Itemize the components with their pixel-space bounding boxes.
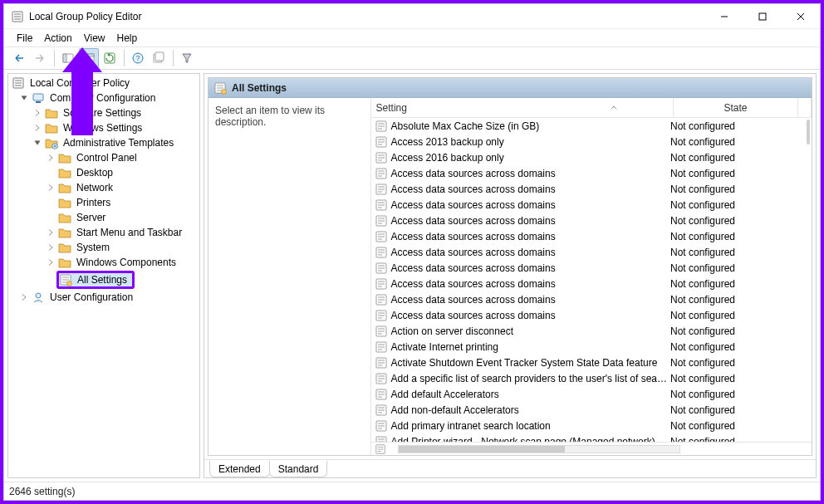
menu-view[interactable]: View <box>78 31 111 46</box>
setting-row-icon <box>375 325 388 338</box>
tree-root[interactable]: Local Computer Policy <box>8 76 199 91</box>
expander-icon[interactable] <box>32 137 43 149</box>
tree-network[interactable]: Network <box>8 180 199 195</box>
setting-row-icon <box>375 214 388 228</box>
setting-name: Access data sources across domains <box>391 310 556 321</box>
list-item[interactable]: Action on server disconnectNot configure… <box>371 323 805 339</box>
cell-setting: Access data sources across domains <box>371 309 667 322</box>
tree-label: Windows Components <box>75 255 178 270</box>
tree-label: Desktop <box>75 165 115 180</box>
cell-state: Not configured <box>667 436 792 443</box>
folder-icon <box>45 106 58 120</box>
close-button[interactable] <box>782 4 820 28</box>
settings-list[interactable]: Absolute Max Cache Size (in GB)Not confi… <box>371 118 805 442</box>
setting-name: Add default Accelerators <box>391 389 499 400</box>
list-item[interactable]: Add primary intranet search locationNot … <box>371 418 805 433</box>
expander-icon[interactable] <box>32 122 43 134</box>
tree-all-settings[interactable]: All Settings <box>8 270 199 290</box>
expander-icon[interactable] <box>32 107 43 119</box>
cell-state: Not configured <box>667 341 792 353</box>
scroll-thumb[interactable] <box>399 446 565 453</box>
setting-name: Activate Internet printing <box>391 341 498 353</box>
toolbar-back[interactable] <box>9 48 29 68</box>
toolbar-props2[interactable] <box>149 48 169 68</box>
toolbar-forward[interactable] <box>30 48 50 68</box>
tree-user-configuration[interactable]: User Configuration <box>8 290 199 305</box>
list-item[interactable]: Access data sources across domainsNot co… <box>371 244 805 260</box>
tree-label: Administrative Templates <box>61 135 175 150</box>
cell-state: Not configured <box>667 357 792 369</box>
list-item[interactable]: Access 2016 backup onlyNot configured <box>371 149 805 165</box>
tree-administrative-templates[interactable]: Administrative Templates <box>8 135 199 150</box>
mmc-icon <box>11 10 24 23</box>
menu-file[interactable]: File <box>11 31 38 46</box>
tree-windows-settings[interactable]: Windows Settings <box>8 120 199 135</box>
tree-system[interactable]: System <box>8 240 199 255</box>
toolbar-help[interactable] <box>128 48 148 68</box>
expander-icon[interactable] <box>45 257 56 268</box>
list-item[interactable]: Activate Internet printingNot configured <box>371 339 805 355</box>
vertical-scrollbar[interactable] <box>805 118 812 442</box>
expander-icon[interactable] <box>45 227 56 238</box>
list-item[interactable]: Access data sources across domainsNot co… <box>371 165 805 181</box>
list-item[interactable]: Access data sources across domainsNot co… <box>371 291 805 307</box>
scroll-thumb[interactable] <box>807 120 810 144</box>
setting-name: Access 2016 backup only <box>391 152 504 164</box>
expander-icon[interactable] <box>18 291 30 303</box>
list-item[interactable]: Access 2013 backup onlyNot configured <box>371 134 805 149</box>
cell-state: Not configured <box>667 278 792 290</box>
list-item[interactable]: Add a specific list of search providers … <box>371 370 805 386</box>
menu-help[interactable]: Help <box>111 31 144 46</box>
col-setting-header[interactable]: Setting <box>371 98 674 117</box>
cell-state: Not configured <box>667 420 792 432</box>
cell-state: Not configured <box>667 389 792 400</box>
tree-control-panel[interactable]: Control Panel <box>8 150 199 165</box>
tab-standard[interactable]: Standard <box>269 461 328 477</box>
cell-setting: Add Printer wizard - Network scan page (… <box>371 435 667 443</box>
setting-name: Access data sources across domains <box>391 183 556 195</box>
tree-software-settings[interactable]: Software Settings <box>8 105 199 120</box>
maximize-button[interactable] <box>743 4 782 28</box>
tree-start-menu[interactable]: Start Menu and Taskbar <box>8 225 199 240</box>
list-item[interactable]: Activate Shutdown Event Tracker System S… <box>371 355 805 370</box>
list-item[interactable]: Access data sources across domainsNot co… <box>371 260 805 276</box>
minimize-button[interactable] <box>705 4 743 28</box>
tree-computer-configuration[interactable]: Computer Configuration <box>8 91 199 105</box>
list-item[interactable]: Add non-default AcceleratorsNot configur… <box>371 402 805 418</box>
list-item[interactable]: Add Printer wizard - Network scan page (… <box>371 433 805 442</box>
details-header: All Settings <box>208 78 812 98</box>
list-item[interactable]: Access data sources across domainsNot co… <box>371 181 805 197</box>
list-item[interactable]: Access data sources across domainsNot co… <box>371 307 805 323</box>
toolbar-filter[interactable] <box>177 48 197 68</box>
tree-pane[interactable]: Local Computer Policy Computer Configura… <box>7 73 200 478</box>
menu-action[interactable]: Action <box>38 31 77 46</box>
list-item[interactable]: Add default AcceleratorsNot configured <box>371 386 805 402</box>
expander-icon[interactable] <box>45 152 56 164</box>
toolbar-refresh[interactable] <box>100 48 120 68</box>
col-state-header[interactable]: State <box>674 98 798 117</box>
tab-strip: Extended Standard <box>204 459 816 477</box>
tree-printers[interactable]: Printers <box>8 195 199 210</box>
setting-name: Access data sources across domains <box>391 199 556 211</box>
expander-icon[interactable] <box>18 92 30 104</box>
tab-extended[interactable]: Extended <box>209 461 270 477</box>
list-item[interactable]: Absolute Max Cache Size (in GB)Not confi… <box>371 118 805 134</box>
expander-icon[interactable] <box>45 182 56 193</box>
folder-icon <box>58 256 71 269</box>
list-item[interactable]: Access data sources across domainsNot co… <box>371 197 805 213</box>
toolbar-properties[interactable] <box>79 48 99 68</box>
setting-row-icon <box>375 372 388 385</box>
col-extra-header[interactable] <box>798 98 812 117</box>
horizontal-scrollbar[interactable] <box>371 442 812 455</box>
cell-setting: Access data sources across domains <box>371 230 667 243</box>
tree-server[interactable]: Server <box>8 210 199 225</box>
tree-windows-components[interactable]: Windows Components <box>8 255 199 270</box>
cell-state: Not configured <box>667 294 792 306</box>
list-item[interactable]: Access data sources across domainsNot co… <box>371 228 805 244</box>
list-item[interactable]: Access data sources across domainsNot co… <box>371 213 805 228</box>
expander-icon[interactable] <box>45 242 56 253</box>
list-item[interactable]: Access data sources across domainsNot co… <box>371 276 805 291</box>
tree-desktop[interactable]: Desktop <box>8 165 199 180</box>
toolbar-show-hide-tree[interactable] <box>58 48 78 68</box>
tree-label: Printers <box>75 195 112 210</box>
